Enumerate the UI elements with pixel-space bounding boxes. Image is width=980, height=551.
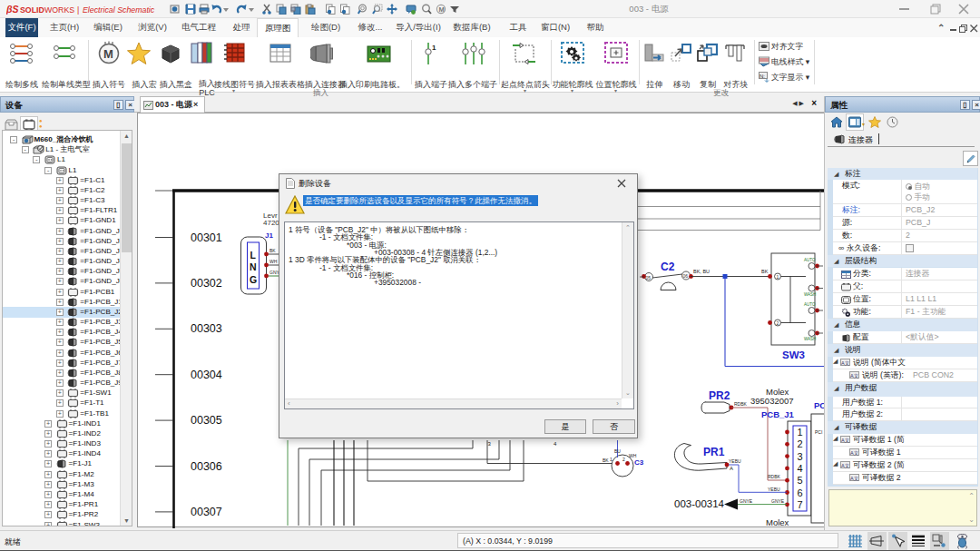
svg-text:3: 3 [488, 441, 492, 447]
svg-text:N: N [250, 261, 257, 272]
svg-text:BK: BK [270, 248, 276, 253]
svg-text:βS: βS [6, 4, 19, 15]
svg-text:1: 1 [798, 427, 803, 438]
svg-text:00302: 00302 [191, 277, 222, 290]
svg-text:WH: WH [270, 259, 278, 264]
svg-text:3: 3 [798, 451, 803, 462]
svg-text:4: 4 [798, 463, 803, 474]
svg-text:5: 5 [798, 475, 803, 486]
svg-text:BK: BK [603, 458, 609, 463]
svg-text:M: M [103, 47, 113, 61]
svg-text:YEBU: YEBU [768, 487, 780, 492]
svg-text:YEBU: YEBU [729, 458, 741, 464]
svg-text:Electrical Schematic: Electrical Schematic [83, 5, 155, 15]
svg-text:AUTO: AUTO [804, 258, 816, 262]
svg-text:00301: 00301 [191, 231, 222, 244]
svg-text:395032007: 395032007 [750, 396, 794, 406]
svg-text:RDBK: RDBK [768, 474, 781, 479]
svg-text:00304: 00304 [191, 369, 222, 381]
svg-text:N:: N: [760, 74, 765, 79]
svg-text:003-00314: 003-00314 [674, 498, 725, 509]
svg-text:GNYE: GNYE [771, 498, 785, 504]
svg-text:PCB_J1: PCB_J1 [761, 409, 795, 419]
svg-text:A: A [730, 466, 733, 471]
svg-text:00306: 00306 [191, 460, 222, 473]
svg-text:G: G [250, 274, 257, 285]
svg-text:00307: 00307 [191, 506, 222, 518]
svg-text:BK, BU: BK, BU [693, 269, 710, 274]
svg-text:2: 2 [798, 438, 803, 449]
svg-text:4720: 4720 [263, 219, 279, 227]
svg-text:C2: C2 [661, 261, 675, 273]
svg-text:06: 06 [683, 273, 689, 279]
svg-text:7: 7 [798, 499, 803, 510]
svg-text:|: | [77, 5, 79, 15]
svg-text:00303: 00303 [191, 322, 222, 335]
svg-text:395032008: 395032008 [750, 526, 794, 528]
svg-text:AUTO: AUTO [804, 302, 816, 307]
svg-text:SOLIDWORKS: SOLIDWORKS [20, 5, 74, 15]
svg-text:GNYE: GNYE [740, 498, 753, 504]
svg-text:1: 1 [432, 44, 436, 52]
svg-text:WASH: WASH [804, 292, 816, 297]
svg-text:00305: 00305 [191, 414, 222, 427]
svg-text:PR1: PR1 [703, 446, 725, 458]
svg-text:1: 1 [610, 457, 612, 462]
svg-text:BK: BK [761, 269, 769, 274]
svg-text:1: 1 [777, 274, 779, 280]
svg-text:PCI: PCI [815, 429, 822, 435]
svg-text:2: 2 [777, 320, 779, 326]
svg-text:M: M [438, 5, 444, 14]
svg-text:WASH: WASH [804, 337, 816, 341]
svg-text:PR2: PR2 [709, 389, 730, 402]
svg-text:C3: C3 [634, 458, 644, 467]
svg-text:J1: J1 [265, 231, 273, 240]
svg-text:05: 05 [646, 275, 652, 280]
svg-text:4: 4 [554, 441, 557, 447]
svg-text:RDBK: RDBK [734, 401, 748, 407]
svg-text:L: L [250, 250, 257, 261]
svg-text:2: 2 [622, 457, 625, 462]
svg-text:BU: BU [614, 448, 621, 454]
svg-text:6: 6 [798, 487, 803, 498]
svg-text:SW3: SW3 [782, 349, 805, 360]
